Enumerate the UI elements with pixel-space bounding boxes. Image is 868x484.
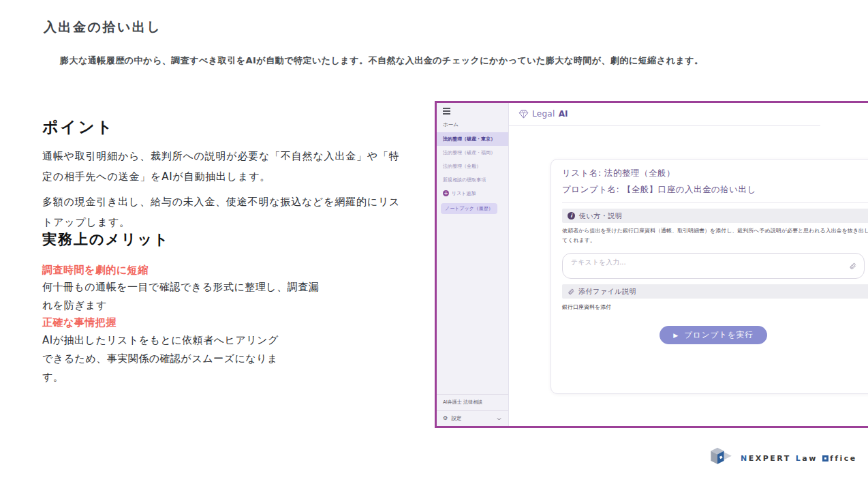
header-divider [509, 125, 820, 126]
sidebar-item-legal-org-fukuoka[interactable]: 法的整理（破産・福岡） [437, 146, 508, 160]
nexpert-cube-icon [707, 445, 734, 471]
points-heading: ポイント [42, 117, 114, 138]
usage-header-label: 使い方・説明 [579, 211, 622, 221]
paperclip-icon [568, 288, 574, 295]
points-paragraph-1: 通帳や取引明細から、裁判所への説明が必要な「不自然な入出金」や「特定の相手先への… [42, 146, 407, 187]
legal-ai-gem-icon [518, 109, 529, 119]
add-list-button[interactable]: + リスト追加 [437, 187, 508, 200]
page-title: 入出金の拾い出し [44, 18, 161, 36]
nexpert-aw: aw [802, 454, 818, 463]
app-screenshot-frame: ホーム 法的整理（破産・東京） 法的整理（破産・福岡） 法的整理（全般） 新規相… [435, 101, 868, 428]
usage-section-header: i 使い方・説明 [562, 209, 868, 223]
attach-header-label: 添付ファイル説明 [578, 287, 636, 297]
run-prompt-label: プロンプトを実行 [684, 330, 754, 340]
app-sidebar: ホーム 法的整理（破産・東京） 法的整理（破産・福岡） 法的整理（全般） 新規相… [437, 103, 509, 426]
merit-1-body: 何十冊もの通帳を一目で確認できる形式に整理し、調査漏れを防ぎます [42, 278, 328, 315]
sidebar-item-ai-lawyer[interactable]: AI弁護士 法律相談 [437, 394, 508, 410]
sidebar-item-new-consultation[interactable]: 新規相談の聴取事項 [437, 173, 508, 187]
add-list-label: リスト追加 [452, 190, 476, 197]
nexpert-logo-text: NEXPERTLawOffice [741, 454, 857, 463]
nexpert-office-o-mark: O [822, 455, 828, 462]
sidebar-item-home[interactable]: ホーム [437, 116, 508, 132]
nexpert-l: L [796, 454, 803, 463]
attach-paperclip-icon[interactable] [849, 262, 856, 270]
sidebar-item-legal-org-general[interactable]: 法的整理（全般） [437, 160, 508, 173]
nexpert-n: N [741, 454, 749, 463]
app-header: Legal AI [509, 103, 868, 125]
app-main: Legal AI リスト名: 法的整理（全般） プロンプト名: 【全般】口座の入… [509, 103, 868, 426]
gear-icon: ⚙ [443, 415, 448, 421]
plus-icon: + [443, 190, 449, 196]
nexpert-expert: EXPERT [749, 454, 791, 463]
merit-1-title: 調査時間を劇的に短縮 [42, 264, 149, 277]
page-subtitle: 膨大な通帳履歴の中から、調査すべき取引をAIが自動で特定いたします。不自然な入出… [60, 55, 843, 67]
hamburger-menu-icon[interactable] [443, 108, 508, 115]
prompt-input-wrap [562, 253, 865, 279]
sidebar-item-legal-org-tokyo[interactable]: 法的整理（破産・東京） [437, 132, 508, 146]
prompt-name: プロンプト名: 【全般】口座の入出金の拾い出し [562, 184, 868, 196]
attach-description: 銀行口座資料を添付 [562, 303, 868, 311]
attach-section-header: 添付ファイル説明 [562, 284, 868, 299]
nexpert-ffice: ffice [830, 454, 857, 463]
brand-ai: AI [559, 109, 568, 119]
brand-legal: Legal [532, 109, 555, 119]
prompt-text-input[interactable] [563, 254, 864, 278]
sidebar-bottom: AI弁護士 法律相談 ⚙ 設定 [437, 394, 508, 426]
chevron-down-icon[interactable] [496, 416, 502, 422]
usage-description: 依頼者から提出を受けた銀行口座資料（通帳、取引明細書）を添付し、裁判所へ予め説明… [562, 226, 868, 245]
prompt-card: リスト名: 法的整理（全般） プロンプト名: 【全般】口座の入出金の拾い出し i… [551, 159, 868, 394]
settings-label: 設定 [452, 415, 462, 421]
sidebar-item-notebook[interactable]: ノートブック（履歴） [441, 203, 497, 214]
run-prompt-button[interactable]: ▶ プロンプトを実行 [660, 326, 767, 344]
merit-2-body: AIが抽出したリストをもとに依頼者へヒアリングできるため、事実関係の確認がスムー… [42, 331, 289, 387]
points-paragraph-2: 多額の現金引き出し、給与の未入金、使途不明な振込などを網羅的にリストアップします… [42, 192, 407, 232]
merit-2-title: 正確な事情把握 [42, 316, 117, 329]
play-icon: ▶ [673, 332, 679, 339]
settings-row[interactable]: ⚙ 設定 [437, 410, 508, 426]
merits-heading: 実務上のメリット [42, 230, 169, 249]
nexpert-logo: NEXPERTLawOffice [707, 445, 857, 471]
card-divider [562, 202, 868, 203]
info-icon: i [568, 212, 575, 220]
list-name: リスト名: 法的整理（全般） [562, 168, 868, 179]
